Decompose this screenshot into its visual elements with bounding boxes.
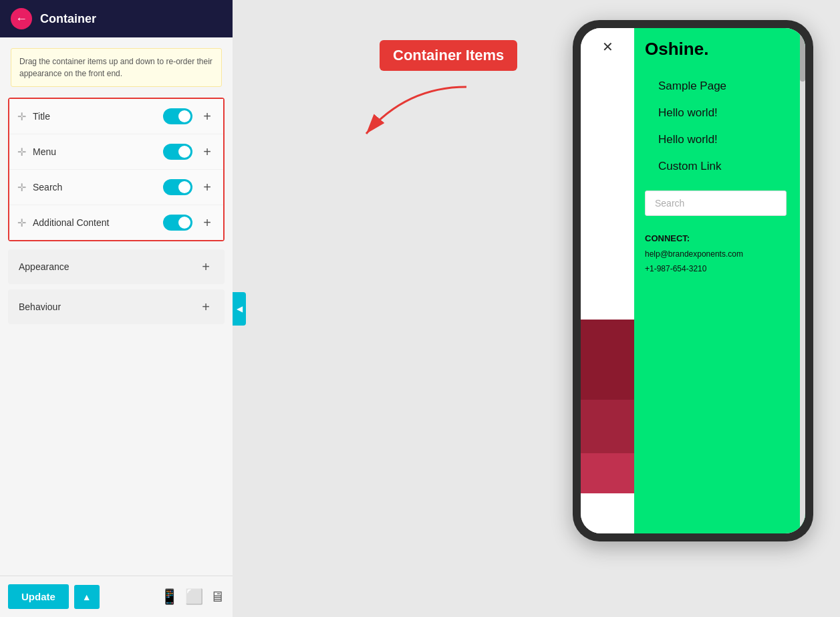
item-label: Title xyxy=(33,111,156,122)
appearance-expand-button[interactable]: + xyxy=(198,259,214,275)
behaviour-accordion[interactable]: Behaviour + xyxy=(8,289,225,324)
drag-icon[interactable]: ✛ xyxy=(17,146,26,158)
main-content: ◀ Container Items ✕ xyxy=(233,0,840,617)
chevron-left-icon: ◀ xyxy=(237,304,243,314)
mobile-icon[interactable]: 📱 xyxy=(160,588,178,606)
phone-connect-email: help@brandexponents.com xyxy=(645,247,795,262)
phone-screen: ✕ Oshine. Sample Page Hello world! Hello… xyxy=(581,28,805,533)
item-label: Menu xyxy=(33,146,156,157)
drag-icon[interactable]: ✛ xyxy=(17,110,26,123)
color-block-white xyxy=(581,493,634,533)
phone-sidebar-white: ✕ xyxy=(581,28,634,320)
phone-brand: Oshine. xyxy=(645,39,795,59)
phone-nav-item[interactable]: Sample Page xyxy=(645,73,795,100)
container-items-section: ✛ Title + ✛ Menu + ✛ Search + xyxy=(8,98,225,241)
toggle-slider xyxy=(163,215,192,231)
back-arrow-icon: ← xyxy=(15,12,27,26)
toggle-slider xyxy=(163,179,192,195)
list-item: ✛ Search + xyxy=(9,170,223,205)
scrollbar-thumb xyxy=(800,28,805,82)
back-button[interactable]: ← xyxy=(11,8,32,29)
search-add-button[interactable]: + xyxy=(199,179,215,195)
close-icon[interactable]: ✕ xyxy=(602,39,613,55)
phone-sidebar-colors xyxy=(581,320,634,533)
phone-connect-label: CONNECT: xyxy=(645,233,795,243)
phone-connect: CONNECT: help@brandexponents.com +1-987-… xyxy=(645,233,795,276)
behaviour-expand-button[interactable]: + xyxy=(198,299,214,315)
title-toggle[interactable] xyxy=(163,108,192,124)
drag-icon[interactable]: ✛ xyxy=(17,181,26,194)
tablet-icon[interactable]: ⬜ xyxy=(185,588,203,606)
arrow-up-button[interactable]: ▲ xyxy=(74,585,100,609)
toggle-slider xyxy=(163,144,192,160)
item-label: Search xyxy=(33,182,156,193)
additional-content-toggle[interactable] xyxy=(163,215,192,231)
menu-toggle[interactable] xyxy=(163,144,192,160)
phone-sidebar: ✕ xyxy=(581,28,634,533)
list-item: ✛ Menu + xyxy=(9,134,223,170)
update-button[interactable]: Update xyxy=(8,584,69,609)
behaviour-label: Behaviour xyxy=(19,301,198,312)
collapse-tab[interactable]: ◀ xyxy=(233,292,246,326)
menu-add-button[interactable]: + xyxy=(199,144,215,160)
arrow-indicator xyxy=(353,74,486,154)
toggle-slider xyxy=(163,108,192,124)
appearance-label: Appearance xyxy=(19,261,198,272)
item-label: Additional Content xyxy=(33,217,156,228)
desktop-icon[interactable]: 🖥 xyxy=(210,588,225,606)
phone-mockup: ✕ Oshine. Sample Page Hello world! Hello… xyxy=(573,20,813,541)
sidebar-header: ← Container xyxy=(0,0,233,37)
list-item: ✛ Title + xyxy=(9,99,223,134)
sidebar-footer: Update ▲ 📱 ⬜ 🖥 xyxy=(0,576,233,617)
info-box: Drag the container items up and down to … xyxy=(11,48,222,87)
sidebar: ← Container Drag the container items up … xyxy=(0,0,233,617)
phone-nav-item[interactable]: Custom Link xyxy=(645,153,795,180)
phone-nav-item[interactable]: Hello world! xyxy=(645,126,795,153)
phone-scrollbar[interactable] xyxy=(800,28,805,533)
phone-connect-phone: +1-987-654-3210 xyxy=(645,262,795,277)
sidebar-title: Container xyxy=(40,12,96,26)
color-block-dark xyxy=(581,320,634,400)
color-block-light xyxy=(581,453,634,493)
phone-main: Oshine. Sample Page Hello world! Hello w… xyxy=(634,28,805,533)
search-toggle[interactable] xyxy=(163,179,192,195)
device-icons: 📱 ⬜ 🖥 xyxy=(160,588,225,606)
appearance-accordion[interactable]: Appearance + xyxy=(8,249,225,284)
phone-search-field[interactable]: Search xyxy=(645,191,787,216)
list-item: ✛ Additional Content + xyxy=(9,205,223,240)
color-block-mid xyxy=(581,400,634,453)
drag-icon[interactable]: ✛ xyxy=(17,217,26,229)
additional-content-add-button[interactable]: + xyxy=(199,215,215,231)
title-add-button[interactable]: + xyxy=(199,108,215,124)
container-items-callout: Container Items xyxy=(380,40,517,71)
phone-nav-item[interactable]: Hello world! xyxy=(645,100,795,126)
